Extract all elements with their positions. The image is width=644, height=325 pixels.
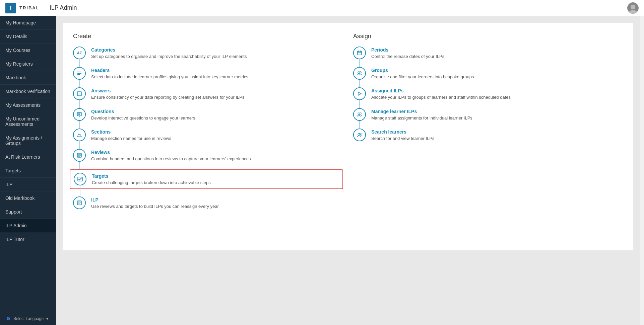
svg-rect-8 <box>77 112 81 116</box>
sidebar-item-myassignmentsgroups[interactable]: My Assignments / Groups <box>0 131 56 150</box>
sidebar-item-atrisklearners[interactable]: At Risk Learners <box>0 150 56 164</box>
main-layout: My Homepage My Details My Courses My Reg… <box>0 16 644 325</box>
categories-content: Categories Set up categories to organise… <box>91 47 343 60</box>
periods-content: Periods Control the release dates of you… <box>371 47 623 60</box>
create-item-ilp: ILP Use reviews and targets to build ILP… <box>73 196 343 210</box>
sidebar-item-ilpadmin[interactable]: ILP Admin <box>0 219 56 233</box>
reviews-icon <box>73 149 86 162</box>
sidebar-item-support[interactable]: Support <box>0 205 56 219</box>
targets-content: Targets Create challenging targets broke… <box>92 173 339 186</box>
questions-icon <box>73 108 86 121</box>
create-item-answers: Answers Ensure consistency of your data … <box>73 87 343 100</box>
scrollbar[interactable] <box>640 16 644 325</box>
answers-icon <box>73 87 86 100</box>
targets-desc: Create challenging targets broken down i… <box>92 180 339 186</box>
assign-item-groups: Groups Organise and filter your learners… <box>353 67 623 80</box>
ilp-create-link[interactable]: ILP <box>91 197 99 202</box>
brand-name: TRIBAL <box>19 5 40 10</box>
sidebar-item-mydetails[interactable]: My Details <box>0 30 56 44</box>
assign-item-assignedilps: Assigned ILPs Allocate your ILPs to grou… <box>353 87 623 100</box>
sections-link[interactable]: Sections <box>91 129 111 135</box>
content-area: Create AZ Categories Set up categories t… <box>56 16 640 325</box>
svg-point-1 <box>629 10 637 14</box>
create-timeline: AZ Categories Set up categories to organ… <box>73 47 343 210</box>
sidebar-item-myregisters[interactable]: My Registers <box>0 57 56 71</box>
categories-icon: AZ <box>73 47 86 59</box>
assign-section: Assign <box>353 33 623 217</box>
svg-rect-21 <box>358 51 362 55</box>
assign-item-managelearnedilps: Manage learner ILPs Manage staff assignm… <box>353 108 623 121</box>
logo-area: T TRIBAL <box>5 3 40 13</box>
managelearnerilps-link[interactable]: Manage learner ILPs <box>371 109 417 114</box>
searchlearners-desc: Search for and view learner ILPs <box>371 136 623 142</box>
periods-icon <box>353 47 366 59</box>
assign-section-title: Assign <box>353 33 623 40</box>
periods-link[interactable]: Periods <box>371 47 388 53</box>
svg-marker-27 <box>358 92 361 95</box>
svg-rect-6 <box>78 93 81 93</box>
managelearnerilps-icon <box>353 108 366 121</box>
sidebar-item-markbook[interactable]: Markbook <box>0 71 56 85</box>
user-avatar[interactable] <box>627 2 639 14</box>
headers-icon <box>73 67 86 80</box>
content-panel: Create AZ Categories Set up categories t… <box>63 23 633 250</box>
sidebar-item-targets[interactable]: Targets <box>0 164 56 178</box>
svg-point-0 <box>631 5 635 9</box>
ilp-create-desc: Use reviews and targets to build ILPs yo… <box>91 204 343 210</box>
svg-rect-10 <box>78 113 80 114</box>
tribal-logo: T <box>5 3 16 13</box>
sidebar-item-myassessments[interactable]: My Assessments <box>0 98 56 112</box>
sidebar-item-mycourses[interactable]: My Courses <box>0 44 56 57</box>
categories-link[interactable]: Categories <box>91 47 115 53</box>
create-item-categories: AZ Categories Set up categories to organ… <box>73 47 343 60</box>
sidebar: My Homepage My Details My Courses My Reg… <box>0 16 56 325</box>
create-item-sections: Sections Manage section names for use in… <box>73 129 343 142</box>
managelearnerilps-desc: Manage staff assignments for individual … <box>371 115 623 121</box>
top-header: T TRIBAL ILP Admin <box>0 0 644 16</box>
header-right <box>627 2 639 14</box>
searchlearners-icon <box>353 129 366 141</box>
answers-content: Answers Ensure consistency of your data … <box>91 87 343 100</box>
svg-point-28 <box>358 113 360 115</box>
dropdown-arrow-icon: ▼ <box>46 317 49 321</box>
questions-desc: Develop interactive questions to engage … <box>91 115 343 121</box>
reviews-content: Reviews Combine headers and questions in… <box>91 149 343 162</box>
reviews-link[interactable]: Reviews <box>91 150 110 155</box>
questions-link[interactable]: Questions <box>91 109 114 114</box>
sections-content: Sections Manage section names for use in… <box>91 129 343 142</box>
answers-desc: Ensure consistency of your data reportin… <box>91 94 343 100</box>
groups-link[interactable]: Groups <box>371 68 388 73</box>
two-col-layout: Create AZ Categories Set up categories t… <box>73 33 623 217</box>
page-title: ILP Admin <box>50 4 77 11</box>
assign-timeline: Periods Control the release dates of you… <box>353 47 623 142</box>
reviews-desc: Combine headers and questions into revie… <box>91 156 343 162</box>
sidebar-item-myhomepage[interactable]: My Homepage <box>0 16 56 30</box>
assignedilps-link[interactable]: Assigned ILPs <box>371 88 403 93</box>
questions-content: Questions Develop interactive questions … <box>91 108 343 121</box>
targets-link[interactable]: Targets <box>92 173 109 179</box>
sidebar-item-oldmarkbook[interactable]: Old Markbook <box>0 191 56 205</box>
headers-link[interactable]: Headers <box>91 68 110 73</box>
sections-icon <box>73 129 86 141</box>
sidebar-item-ilptutor[interactable]: ILP Tutor <box>0 233 56 246</box>
assignedilps-icon <box>353 87 366 100</box>
periods-desc: Control the release dates of your ILPs <box>371 54 623 60</box>
assign-item-periods: Periods Control the release dates of you… <box>353 47 623 60</box>
sidebar-item-ilp[interactable]: ILP <box>0 178 56 191</box>
sections-desc: Manage section names for use in reviews <box>91 136 343 142</box>
categories-desc: Set up categories to organise and improv… <box>91 54 343 60</box>
svg-marker-9 <box>78 116 80 117</box>
create-section-title: Create <box>73 33 343 40</box>
groups-desc: Organise and filter your learners into b… <box>371 74 623 80</box>
sidebar-footer[interactable]: G Select Language ▼ <box>0 312 56 325</box>
groups-icon <box>353 67 366 80</box>
create-section: Create AZ Categories Set up categories t… <box>73 33 343 217</box>
targets-icon <box>74 173 86 185</box>
select-language-label: Select Language <box>13 316 44 321</box>
answers-link[interactable]: Answers <box>91 88 111 93</box>
sidebar-item-myunconfirmedassessments[interactable]: My Unconfirmed Assessments <box>0 112 56 131</box>
assignedilps-content: Assigned ILPs Allocate your ILPs to grou… <box>371 87 623 100</box>
searchlearners-content: Search learners Search for and view lear… <box>371 129 623 142</box>
sidebar-item-markbookverification[interactable]: Markbook Verification <box>0 85 56 98</box>
searchlearners-link[interactable]: Search learners <box>371 129 406 135</box>
